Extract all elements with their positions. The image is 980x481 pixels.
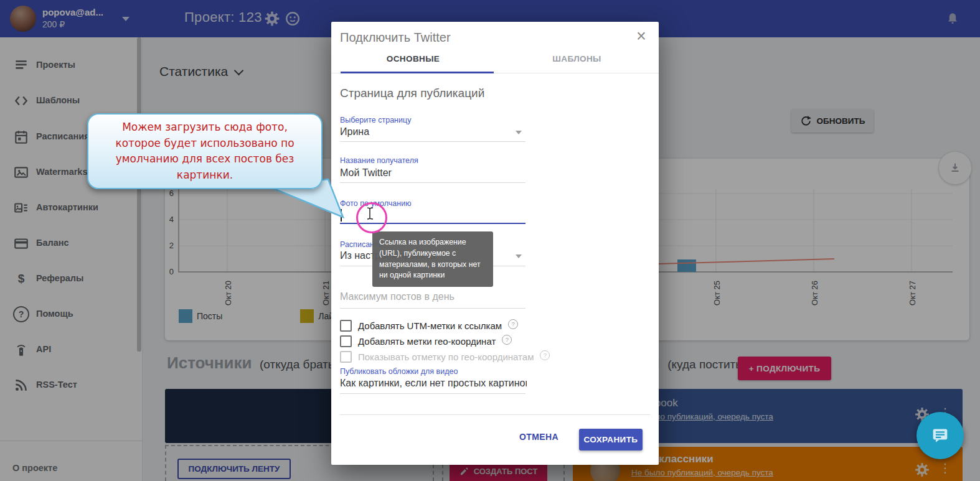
max-posts-underline — [340, 308, 525, 309]
checkbox-utm[interactable]: Добавлять UTM-метки к ссылкам ? — [340, 320, 518, 332]
recipient-label: Название получателя — [340, 156, 418, 165]
page-select-value[interactable]: Ирина — [340, 126, 514, 138]
geo-mark-checkbox-box — [340, 351, 352, 363]
geo-checkbox-box[interactable] — [340, 335, 352, 347]
checkbox-geo[interactable]: Добавлять метки гео-координат ? — [340, 335, 512, 347]
video-covers-value[interactable]: Как картинки, если нет простых картинок — [340, 378, 527, 389]
tab-main[interactable]: ОСНОВНЫЕ — [331, 54, 495, 63]
checkbox-geo-mark: Показывать отметку по гео-координатам ? — [340, 351, 550, 363]
page-select-label: Выберите страницу — [340, 116, 411, 124]
modal-footer-divider — [340, 414, 650, 415]
geo-help-icon[interactable]: ? — [502, 335, 512, 345]
tutorial-callout-text: Можем загрузить сюда фото, которое будет… — [88, 119, 321, 183]
max-posts-input[interactable] — [340, 291, 525, 302]
modal-title: Подключить Twitter — [340, 30, 451, 45]
ibeam-cursor-icon — [365, 207, 374, 220]
video-covers-underline — [340, 393, 525, 394]
connect-twitter-modal: Подключить Twitter × ОСНОВНЫЕ ШАБЛОНЫ Ст… — [331, 22, 659, 465]
tab-templates[interactable]: ШАБЛОНЫ — [495, 54, 659, 63]
modal-section-title: Страница для публикаций — [340, 86, 484, 100]
geo-mark-help-icon[interactable]: ? — [540, 350, 550, 360]
cancel-button[interactable]: ОТМЕНА — [516, 431, 562, 442]
tutorial-callout: Можем загрузить сюда фото, которое будет… — [87, 113, 323, 189]
app-screen: popova@ad... 200 ₽ Проект: 123 — [0, 0, 980, 481]
recipient-underline — [340, 182, 525, 183]
modal-close-icon[interactable]: × — [636, 28, 646, 45]
schedule-caret-icon[interactable] — [516, 255, 522, 258]
save-button[interactable]: СОХРАНИТЬ — [579, 429, 643, 451]
page-select-caret-icon[interactable] — [516, 131, 522, 134]
support-chat-button[interactable] — [916, 412, 964, 459]
utm-help-icon[interactable]: ? — [508, 319, 518, 329]
photo-field-tooltip: Ссылка на изображение (URL), публикуемое… — [372, 231, 493, 287]
active-tab-indicator — [341, 72, 494, 73]
chat-icon — [930, 425, 951, 446]
page-select-underline — [340, 141, 525, 142]
recipient-value[interactable]: Мой Twitter — [340, 167, 514, 179]
utm-checkbox-box[interactable] — [340, 320, 352, 332]
video-covers-label: Публиковать обложки для видео — [340, 367, 458, 376]
